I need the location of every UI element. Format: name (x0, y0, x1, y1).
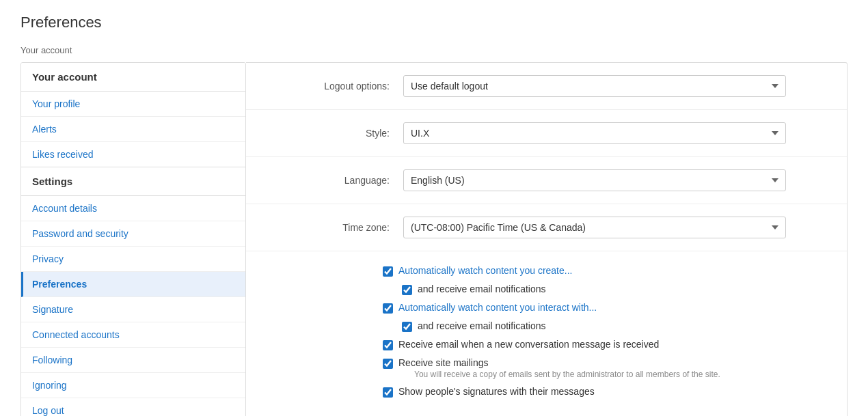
checkbox-row-receive-email-conversation: Receive email when a new conversation me… (383, 339, 826, 350)
checkbox-row-auto-watch-create: Automatically watch content you create..… (383, 265, 826, 277)
style-label: Style: (267, 128, 403, 139)
checkbox-email-notify-create[interactable] (402, 285, 412, 295)
sidebar-item-log-out[interactable]: Log out (21, 398, 245, 416)
logout-row: Logout options: Use default logoutAlways… (246, 63, 847, 110)
checkbox-email-notify-interact[interactable] (402, 322, 412, 332)
page-title: Preferences (21, 14, 847, 31)
checkbox-receive-site-mailings[interactable] (383, 359, 393, 369)
checkbox-label-auto-watch-interact: Automatically watch content you interact… (398, 302, 597, 313)
timezone-select[interactable]: (UTC-08:00) Pacific Time (US & Canada)(U… (403, 217, 786, 238)
checkbox-row-show-signatures: Show people's signatures with their mess… (383, 386, 826, 398)
checkbox-row-auto-watch-interact: Automatically watch content you interact… (383, 302, 826, 314)
sidebar-item-privacy[interactable]: Privacy (21, 247, 245, 272)
style-select[interactable]: UI.XDefault (403, 122, 786, 144)
main-content: Logout options: Use default logoutAlways… (246, 62, 847, 416)
sidebar-item-signature[interactable]: Signature (21, 297, 245, 322)
sidebar-your-account-header: Your account (21, 63, 245, 92)
checkbox-receive-email-conversation[interactable] (383, 340, 393, 350)
checkbox-auto-watch-interact[interactable] (383, 303, 393, 314)
sidebar-item-your-profile[interactable]: Your profile (21, 92, 245, 117)
sidebar-item-password-and-security[interactable]: Password and security (21, 221, 245, 247)
checkbox-row-email-notify-interact: and receive email notifications (402, 320, 826, 332)
sidebar-item-ignoring[interactable]: Ignoring (21, 373, 245, 398)
timezone-row: Time zone: (UTC-08:00) Pacific Time (US … (246, 204, 847, 251)
checkbox-row-receive-site-mailings: Receive site mailingsYou will receive a … (383, 357, 826, 379)
checkbox-show-signatures[interactable] (383, 387, 393, 398)
checkbox-label-email-notify-interact: and receive email notifications (418, 320, 546, 331)
sidebar-settings-header: Settings (21, 167, 245, 196)
timezone-label: Time zone: (267, 222, 403, 233)
checkbox-description-receive-site-mailings: You will receive a copy of emails sent b… (414, 370, 720, 379)
sidebar: Your account Your profileAlertsLikes rec… (21, 62, 246, 416)
language-label: Language: (267, 175, 403, 186)
checkboxes-section: Automatically watch content you create..… (246, 251, 847, 416)
sidebar-item-connected-accounts[interactable]: Connected accounts (21, 322, 245, 348)
sidebar-item-likes-received[interactable]: Likes received (21, 142, 245, 167)
page-wrapper: Preferences Your account Your account Yo… (0, 0, 868, 416)
sidebar-item-alerts[interactable]: Alerts (21, 117, 245, 142)
logout-label: Logout options: (267, 81, 403, 92)
checkbox-label-receive-site-mailings: Receive site mailings (398, 357, 489, 368)
checkbox-auto-watch-create[interactable] (383, 266, 393, 277)
checkbox-label-receive-email-conversation: Receive email when a new conversation me… (398, 339, 659, 350)
logout-select[interactable]: Use default logoutAlways logout on close… (403, 75, 786, 97)
checkbox-label-email-notify-create: and receive email notifications (418, 283, 546, 294)
sidebar-item-following[interactable]: Following (21, 348, 245, 373)
checkbox-label-auto-watch-create: Automatically watch content you create..… (398, 265, 572, 276)
language-row: Language: English (US)English (UK)Españo… (246, 157, 847, 204)
sidebar-your-account-items: Your profileAlertsLikes received (21, 92, 245, 167)
sidebar-settings-items: Account detailsPassword and securityPriv… (21, 196, 245, 416)
layout: Your account Your profileAlertsLikes rec… (21, 62, 847, 416)
checkbox-row-email-notify-create: and receive email notifications (402, 283, 826, 295)
language-select[interactable]: English (US)English (UK)EspañolFrançaisD… (403, 169, 786, 191)
sidebar-item-preferences[interactable]: Preferences (21, 272, 245, 297)
checkbox-label-show-signatures: Show people's signatures with their mess… (398, 386, 595, 397)
breadcrumb: Your account (21, 45, 847, 55)
sidebar-item-account-details[interactable]: Account details (21, 196, 245, 221)
style-row: Style: UI.XDefault (246, 110, 847, 157)
